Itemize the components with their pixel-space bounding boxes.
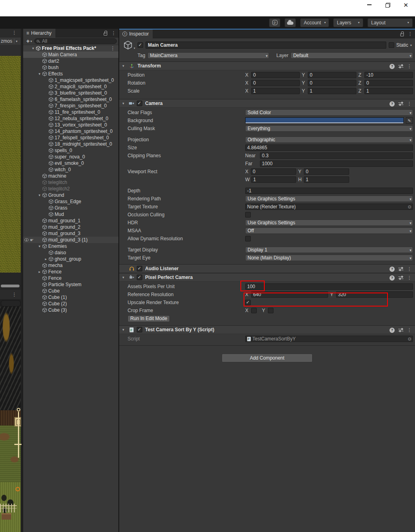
component-menu-icon[interactable]: ⋮ [407,101,412,107]
size-field[interactable]: 4.864865 [245,144,413,151]
foldout-arrow-icon[interactable]: ▾ [122,101,126,105]
cloud-button[interactable] [285,18,296,27]
presets-icon[interactable] [398,276,403,280]
rotation-z-field[interactable]: 0 [364,80,413,86]
audio-listener-enabled-checkbox[interactable] [137,266,142,271]
visibility-eye-icon[interactable] [24,238,29,241]
hierarchy-item-grass-edge[interactable]: Grass_Edge [23,198,118,205]
hierarchy-item-1-magicspell-spritesheet-0[interactable]: 1_magicspell_spritesheet_0 [23,77,118,83]
viewport-x-field[interactable]: 0 [251,168,296,175]
foldout-arrow-icon[interactable]: ▾ [122,275,126,279]
rotation-x-field[interactable]: 0 [251,80,300,86]
hierarchy-item-cube[interactable]: Cube [23,288,118,294]
hierarchy-item-mud[interactable]: Mud [23,211,118,218]
presets-icon[interactable] [398,64,403,69]
hierarchy-item-mud-ground-3[interactable]: mud_ground_3 [23,230,118,237]
gameobject-name-field[interactable]: Main Camera [146,42,386,49]
hdr-dropdown[interactable]: Use Graphics Settings [245,220,413,226]
hierarchy-item-mud-ground-1[interactable]: mud_ground_1 [23,218,118,224]
hierarchy-item-cube-3[interactable]: Cube (3) [23,307,118,313]
hierarchy-item-effects[interactable]: ▾Effects [23,71,118,77]
component-menu-icon[interactable]: ⋮ [407,275,412,281]
static-control[interactable]: Static ▾ [389,42,412,48]
horizontal-scrollbar[interactable] [1,285,20,287]
foldout-arrow-icon[interactable]: ▾ [30,45,36,51]
script-reference-field[interactable]: TestCameraSortByY⊙ [245,336,413,342]
viewport-h-field[interactable]: 1 [304,176,349,183]
foldout-arrow-icon[interactable]: ▾ [122,328,126,332]
version-control-button[interactable]: p [269,18,280,27]
object-picker-icon[interactable]: ⊙ [408,204,411,210]
target-display-dropdown[interactable]: Display 1 [245,247,413,253]
minimize-button[interactable] [365,0,374,9]
panel-menu-icon[interactable]: ⋮ [408,31,413,37]
target-texture-field[interactable]: None (Render Texture)⊙ [245,204,413,210]
pickable-hand-icon[interactable]: ☛ [30,237,34,243]
help-icon[interactable]: ? [389,267,395,272]
lock-icon[interactable] [104,33,107,36]
restore-button[interactable] [383,0,392,9]
hierarchy-item-free-pixel-effects-pack[interactable]: ▾Free Pixel Effects Pack*⋮ [23,45,118,51]
hierarchy-item-main-camera[interactable]: Main Camera [23,51,118,58]
hierarchy-item-3-bluefire-spritesheet-0[interactable]: 3_bluefire_spritesheet_0 [23,90,118,96]
hierarchy-item-cube-1[interactable]: Cube (1) [23,294,118,301]
position-y-field[interactable]: 0 [308,72,356,78]
viewport-w-field[interactable]: 1 [251,176,296,183]
pixel-perfect-camera-component-header[interactable]: ▾ Pixel Perfect Camera ? ⋮ [119,273,415,282]
audio-listener-component-header[interactable]: ▾ Audio Listener ? ⋮ [119,264,415,273]
chevron-down-icon[interactable]: ▾ [30,40,32,43]
script-enabled-checkbox[interactable] [137,327,142,332]
scale-z-field[interactable]: 1 [364,88,413,94]
tab-hierarchy[interactable]: ≡ Hierarchy [23,29,55,38]
hierarchy-item-teleglitch2[interactable]: teleglitch2 [23,186,118,192]
hierarchy-item-witch-0[interactable]: witch_0 [23,166,118,173]
layout-dropdown[interactable]: Layout▾ [368,18,413,27]
help-icon[interactable]: ? [389,328,395,333]
help-icon[interactable]: ? [389,101,395,107]
scene-menu-icon[interactable]: ⋮ [110,45,115,51]
hierarchy-item-6-flamelash-spritesheet-0[interactable]: 6_flamelash_spritesheet_0 [23,96,118,103]
near-field[interactable]: 0.3 [260,152,413,159]
foldout-arrow-icon[interactable]: ▾ [37,243,42,249]
account-dropdown[interactable]: Account▾ [300,18,329,27]
hierarchy-item-enemies[interactable]: ▾Enemies [23,243,118,249]
add-component-button[interactable]: Add Component [222,354,313,362]
occlusion-culling-checkbox[interactable] [245,212,251,218]
foldout-arrow-icon[interactable]: ▾ [122,64,126,68]
scale-x-field[interactable]: 1 [251,88,300,94]
depth-field[interactable]: -1 [245,188,413,194]
tab-inspector[interactable]: i Inspector [119,30,153,38]
hierarchy-item-cube-2[interactable]: Cube (2) [23,301,118,307]
scene-view-grass-texture[interactable] [0,56,21,273]
hierarchy-item-18-midnight-spritesheet-0[interactable]: 18_midnight_spritesheet_0 [23,141,118,147]
msaa-dropdown[interactable]: Off [245,227,413,234]
presets-icon[interactable] [398,328,403,332]
hierarchy-item-mud-ground-2[interactable]: mud_ground_2 [23,224,118,230]
hierarchy-item-12-nebula-spritesheet-0[interactable]: 12_nebula_spritesheet_0 [23,115,118,122]
foldout-arrow-icon[interactable]: ▾ [37,71,42,77]
hierarchy-item-11-fire-spritesheet-0[interactable]: 11_fire_spritesheet_0 [23,109,118,115]
object-picker-icon[interactable]: ⊙ [408,336,411,342]
hierarchy-item-ghost-group[interactable]: ▸ghost_group [23,256,118,262]
upscale-render-texture-checkbox[interactable] [245,300,251,305]
gameobject-active-checkbox[interactable] [138,42,143,48]
hierarchy-item-13-vortex-spritesheet-0[interactable]: 13_vortex_spritesheet_0 [23,122,118,128]
gizmos-dropdown-partial[interactable]: zmos ▾ [0,38,21,45]
viewport-y-field[interactable]: 0 [304,168,349,175]
component-menu-icon[interactable]: ⋮ [407,327,412,333]
transform-component-header[interactable]: ▾ Transform ? ⋮ [119,61,415,70]
projection-dropdown[interactable]: Orthographic [245,136,413,143]
hierarchy-item-mud-ground-3-1[interactable]: ☛mud_ground_3 (1) [23,237,118,243]
hierarchy-item-14-phantom-spritesheet-0[interactable]: 14_phantom_spritesheet_0 [23,128,118,134]
panel-menu-icon[interactable]: ⋮ [111,30,116,36]
background-color-swatch[interactable] [245,117,404,124]
component-menu-icon[interactable]: ⋮ [407,63,412,69]
help-icon[interactable]: ? [389,64,395,69]
pixel-perfect-enabled-checkbox[interactable] [137,275,142,280]
crop-frame-x-checkbox[interactable] [251,308,257,313]
hierarchy-item-bush[interactable]: bush [23,64,118,71]
assets-pixels-per-unit-field[interactable]: 100 [245,283,413,290]
foldout-arrow-icon[interactable]: ▸ [43,256,49,262]
create-button[interactable]: + [26,38,30,44]
presets-icon[interactable] [398,267,403,271]
